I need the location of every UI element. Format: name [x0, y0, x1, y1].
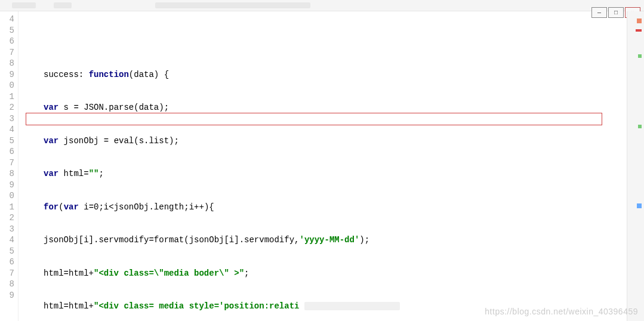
caret-line-highlight: [19, 279, 627, 290]
highlight-box-line-13: [26, 113, 602, 125]
top-toolbar: [0, 0, 644, 11]
code-text: (data) {: [129, 70, 169, 79]
string-literal: "<div class=\"media boder\" >": [94, 268, 244, 278]
right-marker-gutter[interactable]: [627, 11, 644, 321]
code-text: i=0;i<jsonObj.length;i++){: [79, 202, 214, 212]
toolbar-blur: [54, 2, 72, 8]
line-number: 6: [0, 257, 14, 268]
code-text: ;: [244, 268, 249, 278]
line-number: 0: [0, 190, 14, 202]
line-number: 5: [0, 135, 14, 147]
string-literal: "<div class= media style='position:relat…: [94, 301, 299, 311]
line-number: 0: [0, 80, 14, 91]
code-text: html=: [58, 169, 88, 178]
string-literal: "": [89, 169, 99, 178]
line-number: 9: [0, 180, 14, 191]
line-number: 2: [0, 102, 14, 113]
code-text: s = JSON.parse(data);: [58, 103, 169, 112]
ok-marker[interactable]: [638, 54, 642, 58]
code-text: html=html+: [44, 301, 94, 311]
line-number: 6: [0, 146, 14, 158]
line-number: 9: [0, 290, 14, 301]
line-number: 3: [0, 113, 14, 125]
line-number: 1: [0, 91, 14, 103]
keyword-var: var: [44, 136, 58, 146]
line-number: 6: [0, 36, 14, 47]
line-number: 3: [0, 224, 14, 235]
line-number: 8: [0, 58, 14, 69]
keyword-function: function: [89, 70, 129, 79]
warning-marker[interactable]: [637, 18, 642, 23]
line-number: 1: [0, 202, 14, 213]
code-text: success:: [44, 70, 89, 79]
code-text: jsonObj[i].servmodify=format(jsonObj[i].…: [44, 235, 299, 245]
line-number: 4: [0, 14, 14, 25]
code-text: ;: [98, 169, 103, 178]
line-number: 5: [0, 246, 14, 257]
line-number-gutter: 45678901234567890123456789: [0, 11, 19, 321]
code-editor[interactable]: success: function(data) { var s = JSON.p…: [19, 11, 627, 321]
keyword-var: var: [44, 169, 58, 178]
ok-marker[interactable]: [638, 125, 642, 128]
error-marker[interactable]: [636, 29, 642, 32]
code-text: );: [359, 235, 369, 245]
line-number: 7: [0, 47, 14, 58]
line-number: 7: [0, 268, 14, 279]
keyword-for: for: [44, 202, 58, 212]
editor-area: 45678901234567890123456789 success: func…: [0, 11, 644, 321]
toolbar-blur: [12, 2, 36, 8]
keyword-var: var: [64, 202, 79, 212]
line-number: 2: [0, 212, 14, 224]
line-number: 8: [0, 279, 14, 290]
code-text: html=html+: [44, 268, 94, 278]
string-literal: 'yyyy-MM-dd': [299, 235, 359, 245]
toolbar-blur: [155, 2, 310, 8]
line-number: 4: [0, 124, 14, 135]
keyword-var: var: [44, 103, 58, 112]
code-text: (: [58, 202, 63, 212]
info-marker[interactable]: [637, 203, 642, 208]
line-number: 8: [0, 168, 14, 180]
code-text: jsonObj = eval(s.list);: [58, 136, 179, 146]
line-number: 5: [0, 25, 14, 36]
line-number: 7: [0, 158, 14, 169]
obscured-text: [304, 302, 400, 310]
line-number: 4: [0, 234, 14, 246]
line-number: 9: [0, 69, 14, 81]
